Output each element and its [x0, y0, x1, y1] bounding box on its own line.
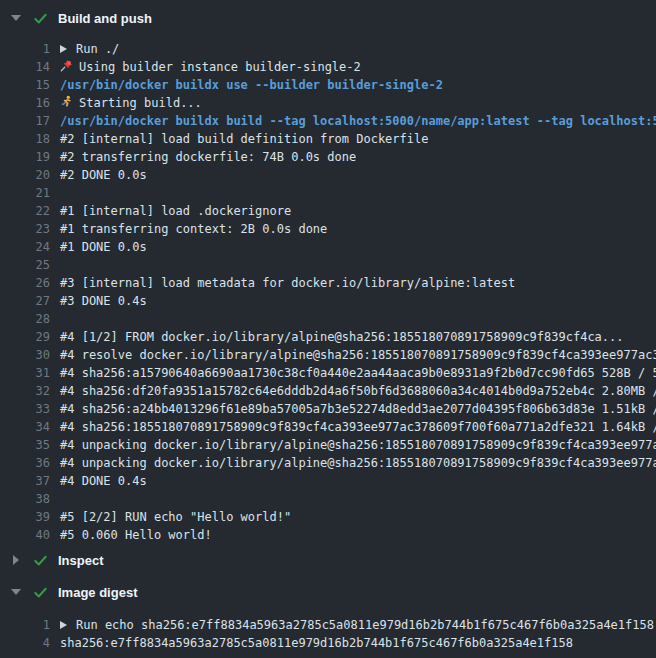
- check-icon: [33, 553, 48, 568]
- log-line: 25: [0, 256, 656, 274]
- section-header-build-and-push[interactable]: Build and push: [0, 0, 656, 36]
- section-title: Build and push: [58, 11, 152, 26]
- line-text: #2 DONE 0.0s: [60, 166, 147, 184]
- runner-icon: [60, 95, 75, 108]
- line-text: #1 [internal] load .dockerignore: [60, 202, 291, 220]
- log-line: 34#4 sha256:185518070891758909c9f839cf4c…: [0, 418, 656, 436]
- section-header-inspect[interactable]: Inspect: [0, 544, 656, 576]
- log-line: 37#4 DONE 0.4s: [0, 472, 656, 490]
- log-line: 23#1 transferring context: 2B 0.0s done: [0, 220, 656, 238]
- log-line: 30#4 resolve docker.io/library/alpine@sh…: [0, 346, 656, 364]
- log-line: 27#3 DONE 0.4s: [0, 292, 656, 310]
- log-line: 36#4 unpacking docker.io/library/alpine@…: [0, 454, 656, 472]
- line-number[interactable]: 21: [0, 184, 50, 202]
- line-text: Starting build...: [60, 94, 202, 112]
- line-number[interactable]: 26: [0, 274, 50, 292]
- log-line: 15/usr/bin/docker buildx use --builder b…: [0, 76, 656, 94]
- line-text: #2 [internal] load build definition from…: [60, 130, 428, 148]
- line-text: #1 transferring context: 2B 0.0s done: [60, 220, 327, 238]
- actions-log-viewer: Build and push 1Run ./14Using builder in…: [0, 0, 656, 658]
- log-line: 19#2 transferring dockerfile: 74B 0.0s d…: [0, 148, 656, 166]
- log-line: 39#5 [2/2] RUN echo "Hello world!": [0, 508, 656, 526]
- line-text: Run ./: [60, 40, 119, 58]
- line-number[interactable]: 23: [0, 220, 50, 238]
- line-number[interactable]: 18: [0, 130, 50, 148]
- line-number[interactable]: 40: [0, 526, 50, 544]
- check-icon: [33, 11, 48, 26]
- expand-arrow-icon[interactable]: [60, 621, 67, 629]
- log-line: 28: [0, 310, 656, 328]
- line-text: /usr/bin/docker buildx use --builder bui…: [60, 76, 443, 94]
- line-number[interactable]: 16: [0, 94, 50, 112]
- line-text: Run echo sha256:e7ff8834a5963a2785c5a081…: [60, 616, 654, 634]
- line-number[interactable]: 35: [0, 436, 50, 454]
- line-number[interactable]: 39: [0, 508, 50, 526]
- line-number[interactable]: 36: [0, 454, 50, 472]
- line-number[interactable]: 30: [0, 346, 50, 364]
- line-text: #5 [2/2] RUN echo "Hello world!": [60, 508, 291, 526]
- line-text: /usr/bin/docker buildx build --tag local…: [60, 112, 656, 130]
- line-number[interactable]: 4: [0, 634, 50, 652]
- line-number[interactable]: 19: [0, 148, 50, 166]
- line-text: #4 sha256:df20fa9351a15782c64e6dddb2d4a6…: [60, 382, 656, 400]
- log-line: 26#3 [internal] load metadata for docker…: [0, 274, 656, 292]
- log-line: 17/usr/bin/docker buildx build --tag loc…: [0, 112, 656, 130]
- log-line: 4sha256:e7ff8834a5963a2785c5a0811e979d16…: [0, 634, 656, 652]
- log-line: 16Starting build...: [0, 94, 656, 112]
- line-number[interactable]: 1: [0, 40, 50, 58]
- expand-arrow-icon[interactable]: [60, 45, 67, 53]
- line-number[interactable]: 31: [0, 364, 50, 382]
- line-text: #4 sha256:185518070891758909c9f839cf4ca3…: [60, 418, 656, 436]
- line-text: #4 DONE 0.4s: [60, 472, 147, 490]
- line-text: #3 DONE 0.4s: [60, 292, 147, 310]
- line-text: #2 transferring dockerfile: 74B 0.0s don…: [60, 148, 356, 166]
- line-number[interactable]: 25: [0, 256, 50, 274]
- chevron-down-icon: [11, 589, 21, 595]
- log-line: 21: [0, 184, 656, 202]
- line-text: #4 sha256:a24bb4013296f61e89ba57005a7b3e…: [60, 400, 656, 418]
- line-number[interactable]: 15: [0, 76, 50, 94]
- line-number[interactable]: 27: [0, 292, 50, 310]
- line-number[interactable]: 28: [0, 310, 50, 328]
- line-text: #4 [1/2] FROM docker.io/library/alpine@s…: [60, 328, 624, 346]
- line-text: #5 0.060 Hello world!: [60, 526, 212, 544]
- line-text: #3 [internal] load metadata for docker.i…: [60, 274, 515, 292]
- line-number[interactable]: 33: [0, 400, 50, 418]
- log-line: 31#4 sha256:a15790640a6690aa1730c38cf0a4…: [0, 364, 656, 382]
- line-number[interactable]: 20: [0, 166, 50, 184]
- log-lines-image-digest: 1Run echo sha256:e7ff8834a5963a2785c5a08…: [0, 608, 656, 652]
- line-number[interactable]: 37: [0, 472, 50, 490]
- log-lines-build-and-push: 1Run ./14Using builder instance builder-…: [0, 40, 656, 544]
- pushpin-icon: [60, 59, 75, 72]
- log-line: 1Run echo sha256:e7ff8834a5963a2785c5a08…: [0, 616, 656, 634]
- line-number[interactable]: 14: [0, 58, 50, 76]
- log-line: 18#2 [internal] load build definition fr…: [0, 130, 656, 148]
- line-number[interactable]: 22: [0, 202, 50, 220]
- line-number[interactable]: 1: [0, 616, 50, 634]
- line-number[interactable]: 29: [0, 328, 50, 346]
- line-text: #4 unpacking docker.io/library/alpine@sh…: [60, 436, 656, 454]
- chevron-down-icon: [11, 15, 21, 21]
- chevron-right-icon: [11, 555, 21, 565]
- line-text: #4 sha256:a15790640a6690aa1730c38cf0a440…: [60, 364, 656, 382]
- line-number[interactable]: 17: [0, 112, 50, 130]
- log-line: 24#1 DONE 0.0s: [0, 238, 656, 256]
- log-line: 1Run ./: [0, 40, 656, 58]
- log-line: 38: [0, 490, 656, 508]
- log-line: 35#4 unpacking docker.io/library/alpine@…: [0, 436, 656, 454]
- line-text: #1 DONE 0.0s: [60, 238, 147, 256]
- line-number[interactable]: 34: [0, 418, 50, 436]
- log-line: 14Using builder instance builder-single-…: [0, 58, 656, 76]
- line-number[interactable]: 24: [0, 238, 50, 256]
- log-line: 22#1 [internal] load .dockerignore: [0, 202, 656, 220]
- line-number[interactable]: 38: [0, 490, 50, 508]
- log-line: 29#4 [1/2] FROM docker.io/library/alpine…: [0, 328, 656, 346]
- log-line: 20#2 DONE 0.0s: [0, 166, 656, 184]
- log-line: 33#4 sha256:a24bb4013296f61e89ba57005a7b…: [0, 400, 656, 418]
- section-header-image-digest[interactable]: Image digest: [0, 576, 656, 608]
- line-text: #4 unpacking docker.io/library/alpine@sh…: [60, 454, 656, 472]
- log-line: 40#5 0.060 Hello world!: [0, 526, 656, 544]
- section-title: Image digest: [58, 585, 137, 600]
- line-number[interactable]: 32: [0, 382, 50, 400]
- line-text: Using builder instance builder-single-2: [60, 58, 361, 76]
